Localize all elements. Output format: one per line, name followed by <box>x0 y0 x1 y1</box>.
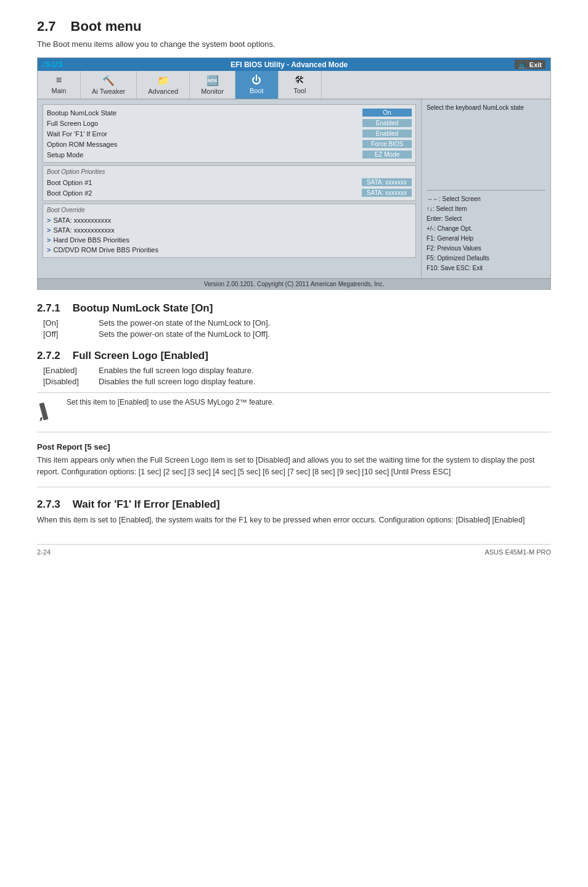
section-heading: Boot menu <box>71 19 142 35</box>
main-icon: ≡ <box>56 75 62 86</box>
numlock-label: Bootup NumLock State <box>47 109 116 117</box>
sub-271-options: [On] Sets the power-on state of the NumL… <box>43 318 551 339</box>
setupmode-label: Setup Mode <box>47 151 83 159</box>
numlock-row[interactable]: Bootup NumLock State On <box>47 107 412 118</box>
setupmode-row[interactable]: Setup Mode EZ Mode <box>47 149 412 160</box>
boot-option2-value: SATA: xxxxxxx <box>362 189 412 197</box>
option-enabled-row: [Enabled] Enables the full screen logo d… <box>43 366 551 375</box>
post-report-title: Post Report [5 sec] <box>37 442 551 452</box>
override-cdrom[interactable]: > CD/DVD ROM Drive BBS Priorities <box>47 245 412 255</box>
tool-icon: 🛠 <box>295 75 304 86</box>
nav-ai-tweaker-label: Ai Tweaker <box>92 88 125 95</box>
boot-priority-group: Boot Option Priorities Boot Option #1 SA… <box>43 165 416 201</box>
post-report-body: This item appears only when the Full Scr… <box>37 455 551 478</box>
nav-ai-tweaker[interactable]: 🔨 Ai Tweaker <box>81 71 137 99</box>
nav-main[interactable]: ≡ Main <box>38 71 81 99</box>
override-sata2-text: SATA: xxxxxxxxxxxx <box>53 226 114 234</box>
advanced-icon: 📁 <box>157 75 169 86</box>
exit-label: Exit <box>529 61 542 68</box>
bios-left-panel: Bootup NumLock State On Full Screen Logo… <box>38 99 421 278</box>
key-prev-values: F2: Previous Values <box>427 244 545 254</box>
fullscreen-label: Full Screen Logo <box>47 120 98 127</box>
override-hdd[interactable]: > Hard Drive BBS Priorities <box>47 235 412 245</box>
sub-271-number: 2.7.1 <box>37 302 60 315</box>
nav-main-label: Main <box>52 87 67 94</box>
arrow-icon-3: > <box>47 236 51 244</box>
boot-override-group: Boot Override > SATA: xxxxxxxxxxx > SATA… <box>43 204 416 258</box>
bios-footer: Version 2.00.1201. Copyright (C) 2011 Am… <box>38 278 550 289</box>
fullscreen-row[interactable]: Full Screen Logo Enabled <box>47 118 412 128</box>
sub-273-heading: Wait for 'F1' If Error [Enabled] <box>73 498 220 511</box>
post-report-section: Post Report [5 sec] This item appears on… <box>37 442 551 478</box>
option-off-desc: Sets the power-on state of the NumLock t… <box>99 329 270 339</box>
arrow-icon-1: > <box>47 217 51 224</box>
optrom-value: Force BIOS <box>362 140 412 148</box>
arrow-icon-2: > <box>47 226 51 234</box>
settings-group: Bootup NumLock State On Full Screen Logo… <box>43 104 416 163</box>
bios-content: Bootup NumLock State On Full Screen Logo… <box>38 99 550 278</box>
sub-section-272: 2.7.2 Full Screen Logo [Enabled] [Enable… <box>37 350 551 432</box>
fullscreen-value: Enabled <box>362 119 412 127</box>
right-help-text: Select the keyboard NumLock state <box>427 104 545 111</box>
option-enabled-desc: Enables the full screen logo display fea… <box>99 366 254 375</box>
nav-tool[interactable]: 🛠 Tool <box>279 71 322 99</box>
key-general-help: F1: General Help <box>427 234 545 244</box>
sub-272-number: 2.7.2 <box>37 350 60 362</box>
asus-logo: /SUS <box>43 60 63 69</box>
boot-option2-row[interactable]: Boot Option #2 SATA: xxxxxxx <box>47 188 412 198</box>
nav-boot[interactable]: ⏻ Boot <box>235 71 279 99</box>
option-on-key: [On] <box>43 318 99 328</box>
override-hdd-text: Hard Drive BBS Priorities <box>53 236 129 244</box>
exit-button[interactable]: 📺 Exit <box>515 60 545 69</box>
boot-icon: ⏻ <box>251 75 261 86</box>
boot-option2-label: Boot Option #2 <box>47 189 92 197</box>
ai-tweaker-icon: 🔨 <box>102 75 115 86</box>
nav-advanced-label: Advanced <box>148 88 178 95</box>
waitf1-value: Enabled <box>362 130 412 138</box>
note-box: Set this item to [Enabled] to use the AS… <box>37 392 551 432</box>
setupmode-value: EZ Mode <box>362 151 412 159</box>
note-pencil-icon <box>37 398 59 427</box>
boot-option1-row[interactable]: Boot Option #1 SATA: xxxxxxx <box>47 177 412 188</box>
page-container: 2.7 Boot menu The Boot menu items allow … <box>0 0 588 580</box>
sub-section-273: 2.7.3 Wait for 'F1' If Error [Enabled] W… <box>37 498 551 526</box>
key-change-opt: +/-: Change Opt. <box>427 224 545 234</box>
sub-271-heading: Bootup NumLock State [On] <box>73 302 213 315</box>
waitf1-row[interactable]: Wait For 'F1' If Error Enabled <box>47 128 412 139</box>
key-opt-defaults: F5: Optimized Defaults <box>427 254 545 263</box>
override-sata1[interactable]: > SATA: xxxxxxxxxxx <box>47 215 412 225</box>
option-on-row: [On] Sets the power-on state of the NumL… <box>43 318 551 328</box>
nav-monitor-label: Monitor <box>201 88 224 95</box>
key-shortcuts: →←: Select Screen ↑↓: Select Item Enter:… <box>427 190 545 273</box>
bios-titlebar: /SUS EFI BIOS Utility - Advanced Mode 📺 … <box>38 58 550 71</box>
numlock-value: On <box>362 109 412 117</box>
boot-option1-label: Boot Option #1 <box>47 179 92 186</box>
sub-272-title: 2.7.2 Full Screen Logo [Enabled] <box>37 350 551 362</box>
product-name: ASUS E45M1-M PRO <box>484 548 551 556</box>
nav-monitor[interactable]: 🆕 Monitor <box>190 71 235 99</box>
override-sata2[interactable]: > SATA: xxxxxxxxxxxx <box>47 225 412 235</box>
exit-icon: 📺 <box>518 60 527 68</box>
svg-rect-0 <box>39 402 49 420</box>
key-select-screen: →←: Select Screen <box>427 194 545 204</box>
arrow-icon-4: > <box>47 246 51 254</box>
sub-272-options: [Enabled] Enables the full screen logo d… <box>43 366 551 386</box>
option-on-desc: Sets the power-on state of the NumLock t… <box>99 318 270 328</box>
sub-272-heading: Full Screen Logo [Enabled] <box>73 350 208 362</box>
key-save-exit: F10: Save ESC: Exit <box>427 263 545 273</box>
waitf1-label: Wait For 'F1' If Error <box>47 130 107 138</box>
option-disabled-key: [Disabled] <box>43 377 99 386</box>
option-disabled-desc: Disables the full screen logo display fe… <box>99 377 255 386</box>
key-enter: Enter: Select <box>427 214 545 224</box>
nav-advanced[interactable]: 📁 Advanced <box>137 71 190 99</box>
boot-option1-value: SATA: xxxxxxx <box>362 178 412 186</box>
boot-priority-label: Boot Option Priorities <box>47 168 412 175</box>
bios-title: EFI BIOS Utility - Advanced Mode <box>231 60 348 69</box>
bios-nav: ≡ Main 🔨 Ai Tweaker 📁 Advanced 🆕 Monitor… <box>38 71 550 99</box>
bios-screenshot: /SUS EFI BIOS Utility - Advanced Mode 📺 … <box>37 57 551 290</box>
key-select-item: ↑↓: Select Item <box>427 204 545 214</box>
nav-boot-label: Boot <box>250 87 264 94</box>
sub-273-title: 2.7.3 Wait for 'F1' If Error [Enabled] <box>37 498 551 511</box>
override-cdrom-text: CD/DVD ROM Drive BBS Priorities <box>53 246 158 254</box>
optrom-row[interactable]: Option ROM Messages Force BIOS <box>47 139 412 149</box>
